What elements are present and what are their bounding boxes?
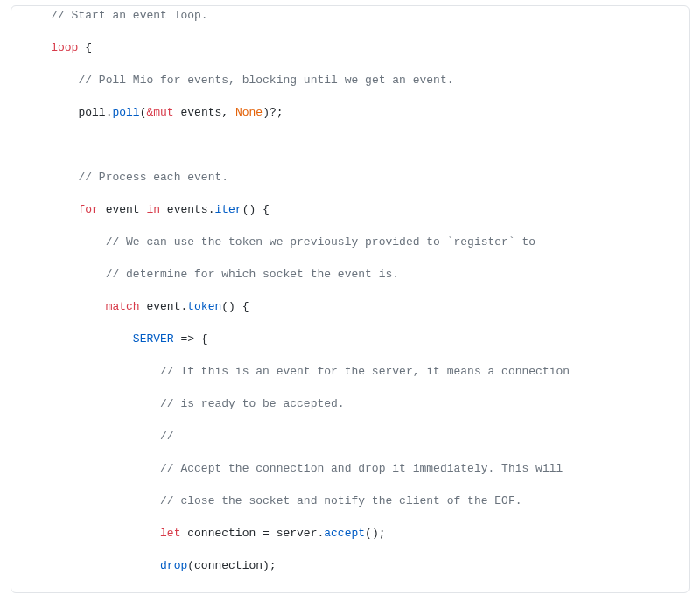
code-line: for event in events.iter() { xyxy=(11,202,689,219)
code-line: drop(connection); xyxy=(11,558,689,575)
code-line: // Poll Mio for events, blocking until w… xyxy=(11,73,689,89)
code-line xyxy=(11,137,689,154)
code-line: // Accept the connection and drop it imm… xyxy=(11,461,689,478)
code-line: // xyxy=(11,429,689,445)
code-line: // If this is an event for the server, i… xyxy=(11,364,689,381)
code-line: // We can use the token we previously pr… xyxy=(11,234,689,251)
code-block: // Start an event loop. loop { // Poll M… xyxy=(10,5,690,593)
code-line: match event.token() { xyxy=(11,299,689,316)
code-line: let connection = server.accept(); xyxy=(11,526,689,542)
page-container: // Start an event loop. loop { // Poll M… xyxy=(0,0,700,602)
code-line: // close the socket and notify the clien… xyxy=(11,494,689,510)
code-line: poll.poll(&mut events, None)?; xyxy=(11,105,689,122)
code-line: // Start an event loop. xyxy=(11,8,689,24)
code-line: SERVER => { xyxy=(11,332,689,348)
code-line: } xyxy=(11,591,689,593)
code-pre: // Start an event loop. loop { // Poll M… xyxy=(11,8,689,593)
code-line: // determine for which socket the event … xyxy=(11,267,689,284)
code-line: // Process each event. xyxy=(11,170,689,186)
code-line: // is ready to be accepted. xyxy=(11,396,689,413)
code-line: loop { xyxy=(11,40,689,57)
